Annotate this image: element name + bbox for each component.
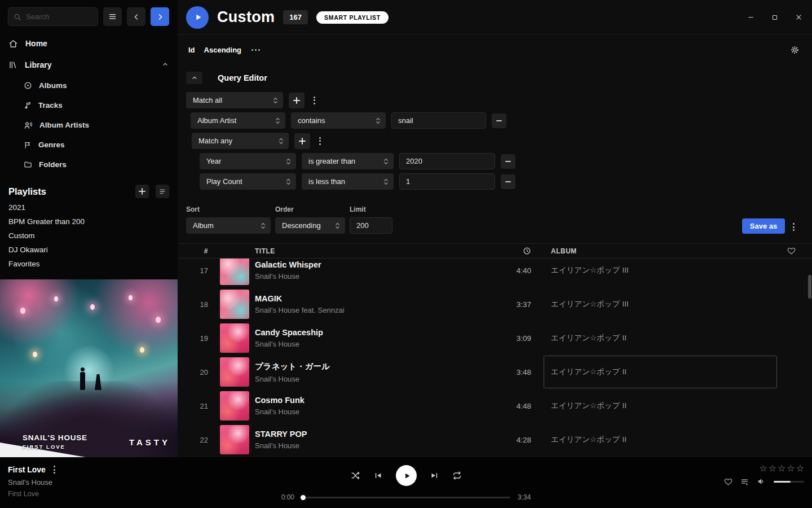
nav-forward-button[interactable] bbox=[151, 7, 169, 26]
volume-button[interactable] bbox=[757, 477, 766, 486]
chevron-up-icon[interactable] bbox=[162, 60, 169, 69]
sidebar-item-library[interactable]: Library bbox=[0, 54, 178, 76]
rule-field-dropdown[interactable]: Play Count bbox=[200, 173, 296, 190]
speaker-icon bbox=[757, 477, 766, 486]
plus-icon bbox=[299, 138, 306, 144]
sidebar-item-albums[interactable]: Albums bbox=[0, 76, 178, 95]
add-playlist-button[interactable] bbox=[135, 185, 149, 198]
rule-value-input[interactable] bbox=[399, 173, 495, 190]
match-type-dropdown[interactable]: Match any bbox=[192, 133, 289, 149]
column-duration-header[interactable] bbox=[495, 247, 535, 255]
minimize-button[interactable] bbox=[747, 14, 754, 21]
shuffle-button[interactable] bbox=[351, 471, 360, 480]
playlist-item[interactable]: Custom bbox=[0, 229, 178, 243]
rule-value-input[interactable] bbox=[391, 112, 486, 129]
playlist-item[interactable]: BPM Greater than 200 bbox=[0, 214, 178, 229]
column-number-header[interactable]: # bbox=[178, 247, 211, 255]
table-row[interactable]: 22 STARRY POP Snail's House 4:28 エイリアン☆ポ… bbox=[178, 423, 812, 457]
remove-rule-button[interactable] bbox=[501, 174, 515, 189]
chevron-updown-icon bbox=[335, 222, 340, 230]
track-album-cell[interactable]: エイリアン☆ポップ III bbox=[535, 287, 783, 321]
close-button[interactable] bbox=[795, 14, 802, 21]
queue-button[interactable] bbox=[740, 478, 749, 486]
sidebar-item-tracks[interactable]: Tracks bbox=[0, 95, 178, 115]
hamburger-icon bbox=[108, 12, 117, 21]
maximize-button[interactable] bbox=[771, 14, 778, 21]
query-editor-collapse-button[interactable] bbox=[186, 72, 202, 84]
volume-slider[interactable] bbox=[774, 481, 804, 483]
now-playing-album-art[interactable]: SNAIL'S HOUSE FIRST LOVE TASTY bbox=[0, 279, 178, 457]
lantern-light bbox=[33, 352, 37, 357]
track-album-cell[interactable]: エイリアン☆ポップ II bbox=[535, 321, 783, 355]
more-options-button[interactable] bbox=[250, 47, 261, 53]
sidebar-item-folders[interactable]: Folders bbox=[0, 155, 178, 174]
playlist-item[interactable]: 2021 bbox=[0, 200, 178, 214]
group-menu-button[interactable] bbox=[316, 136, 324, 146]
rule-operator-dropdown[interactable]: is less than bbox=[302, 173, 394, 190]
limit-input[interactable] bbox=[350, 217, 392, 234]
rule-operator-dropdown[interactable]: contains bbox=[291, 112, 386, 129]
cover-label-logo: TASTY bbox=[129, 437, 170, 447]
table-row[interactable]: 19 Candy Spaceship Snail's House 3:09 エイ… bbox=[178, 321, 812, 355]
play-pause-button[interactable] bbox=[396, 465, 417, 486]
table-row[interactable]: 21 Cosmo Funk Snail's House 4:48 エイリアン☆ポ… bbox=[178, 389, 812, 423]
star-3[interactable]: ☆ bbox=[778, 464, 785, 473]
column-favorite-header[interactable] bbox=[783, 247, 812, 255]
progress-handle[interactable] bbox=[301, 495, 306, 500]
remove-rule-button[interactable] bbox=[492, 113, 506, 128]
match-type-dropdown[interactable]: Match all bbox=[186, 92, 283, 108]
rule-field-dropdown[interactable]: Year bbox=[200, 153, 296, 169]
track-album-cell[interactable]: エイリアン☆ポップ II bbox=[535, 389, 783, 423]
save-as-button[interactable]: Save as bbox=[742, 218, 785, 234]
rule-operator-dropdown[interactable]: is greater than bbox=[302, 153, 394, 169]
next-button[interactable] bbox=[430, 471, 439, 480]
column-title-header[interactable]: TITLE bbox=[255, 247, 495, 255]
repeat-button[interactable] bbox=[452, 471, 462, 480]
star-2[interactable]: ☆ bbox=[769, 464, 776, 473]
previous-button[interactable] bbox=[374, 471, 382, 480]
nav-back-button[interactable] bbox=[127, 7, 145, 26]
sidebar-item-genres[interactable]: Genres bbox=[0, 135, 178, 155]
sort-field-button[interactable]: Id bbox=[188, 46, 195, 54]
playlist-item[interactable]: DJ Okawari bbox=[0, 243, 178, 257]
table-row[interactable]: 17 Galactic Whisper Snail's House 4:40 エ… bbox=[178, 259, 812, 287]
track-album-cell[interactable]: エイリアン☆ポップ II bbox=[535, 423, 783, 457]
track-artist: Snail's House bbox=[255, 340, 495, 348]
track-album-cell-focused[interactable]: エイリアン☆ポップ II bbox=[535, 355, 783, 389]
order-dropdown[interactable]: Descending bbox=[275, 217, 345, 234]
progress-bar[interactable] bbox=[302, 497, 510, 498]
rule-field-dropdown[interactable]: Album Artist bbox=[191, 112, 285, 129]
table-row[interactable]: 18 MAGIK Snail's House feat. Sennzai 3:3… bbox=[178, 287, 812, 321]
playlist-menu-button[interactable] bbox=[789, 222, 798, 232]
sidebar-item-label: Home bbox=[25, 39, 47, 48]
add-rule-button[interactable] bbox=[289, 93, 304, 108]
sort-dropdown[interactable]: Album bbox=[186, 217, 271, 234]
column-album-header[interactable]: ALBUM bbox=[535, 247, 783, 255]
sort-order-button[interactable]: Ascending bbox=[204, 46, 241, 54]
track-menu-button[interactable] bbox=[52, 465, 57, 475]
play-playlist-button[interactable] bbox=[186, 6, 209, 29]
scrollbar-thumb[interactable] bbox=[808, 275, 811, 299]
window-controls bbox=[747, 14, 804, 21]
menu-button[interactable] bbox=[103, 7, 122, 26]
star-4[interactable]: ☆ bbox=[787, 464, 795, 473]
settings-gear-button[interactable] bbox=[790, 45, 800, 55]
group-menu-button[interactable] bbox=[310, 95, 319, 106]
query-editor: Query Editor Match all Album Artist bbox=[178, 72, 812, 190]
search-icon bbox=[14, 13, 21, 21]
sidebar-item-album-artists[interactable]: Album Artists bbox=[0, 115, 178, 135]
search-box[interactable] bbox=[8, 7, 98, 26]
rule-value-input[interactable] bbox=[399, 153, 495, 169]
remove-rule-button[interactable] bbox=[501, 154, 515, 169]
track-album-cell[interactable]: エイリアン☆ポップ III bbox=[535, 259, 783, 287]
add-rule-button[interactable] bbox=[294, 133, 310, 149]
search-input[interactable] bbox=[26, 12, 92, 21]
playlist-list-button[interactable] bbox=[156, 185, 169, 198]
table-row[interactable]: 20 プラネット・ガール Snail's House 3:48 エイリアン☆ポッ… bbox=[178, 355, 812, 389]
playlist-item[interactable]: Favorites bbox=[0, 257, 178, 271]
sidebar-item-home[interactable]: Home bbox=[0, 33, 178, 54]
star-5[interactable]: ☆ bbox=[796, 464, 804, 473]
star-1[interactable]: ☆ bbox=[759, 464, 767, 473]
favorite-button[interactable] bbox=[724, 478, 732, 486]
chevron-updown-icon bbox=[273, 97, 278, 104]
